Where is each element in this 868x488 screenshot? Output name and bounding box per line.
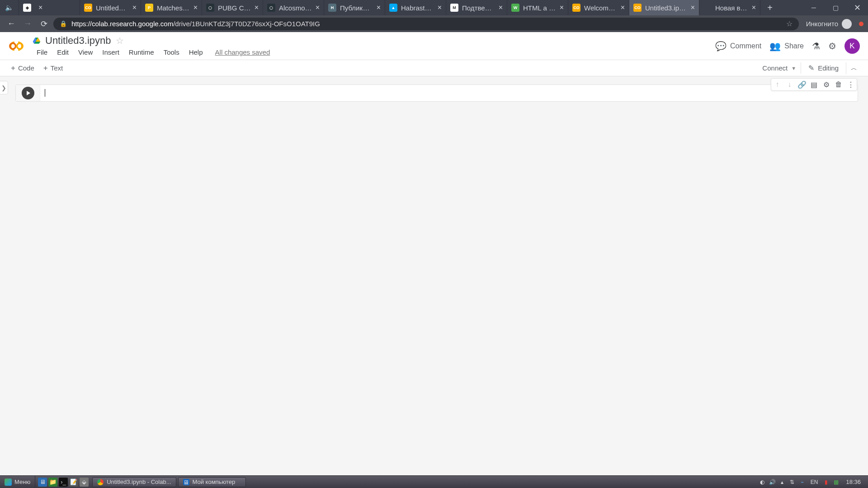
account-avatar[interactable]: K <box>844 38 860 54</box>
tray-sound-icon[interactable]: 🔊 <box>769 478 776 486</box>
menu-insert[interactable]: Insert <box>98 47 123 57</box>
browser-tab[interactable]: WHTML a target× <box>507 0 568 15</box>
browser-tab[interactable]: ◆× <box>19 0 80 15</box>
nav-forward-button[interactable]: → <box>21 17 34 31</box>
tab-close-button[interactable]: × <box>560 4 564 11</box>
code-cell[interactable] <box>15 84 858 102</box>
browser-tab[interactable]: PMatches — pu× <box>141 0 202 15</box>
add-text-button[interactable]: +Text <box>39 62 67 75</box>
comment-button[interactable]: 💬Comment <box>715 41 761 52</box>
notification-dot-icon[interactable] <box>859 22 863 26</box>
tab-close-button[interactable]: × <box>255 4 259 11</box>
favicon-icon: CO <box>84 4 92 12</box>
collapse-toolbar-button[interactable]: ︿ <box>846 62 862 74</box>
incognito-icon <box>842 19 852 29</box>
ql-editor-icon[interactable]: 📝 <box>69 478 78 487</box>
share-button[interactable]: 👥Share <box>769 41 804 52</box>
pencil-icon: ✎ <box>808 64 814 72</box>
sidebar-expand-button[interactable]: ❯ <box>0 81 8 94</box>
tray-steam-icon[interactable]: ◐ <box>759 478 766 486</box>
taskbar-item-computer[interactable]: 🖥Мой компьютер <box>178 477 246 487</box>
tab-title: Alcosmo - PUB <box>279 4 312 12</box>
tab-title: Untitled2.ipynb <box>96 4 129 12</box>
menu-view[interactable]: View <box>74 47 97 57</box>
browser-tab[interactable]: COWelcome To C× <box>568 0 629 15</box>
tab-close-button[interactable]: × <box>499 4 503 11</box>
tray-language[interactable]: EN <box>808 479 821 485</box>
cell-link-button[interactable]: 🔗 <box>796 79 808 90</box>
tray-up-icon[interactable]: ▴ <box>778 478 786 486</box>
ql-desktop-icon[interactable]: 🖥 <box>38 478 47 487</box>
browser-tab[interactable]: ▲Habrastorage× <box>385 0 446 15</box>
cell-more-button[interactable]: ⋮ <box>844 79 857 90</box>
cell-move-up-button[interactable]: ↑ <box>771 79 783 90</box>
code-input[interactable] <box>40 85 858 101</box>
browser-tab[interactable]: COUntitled2.ipynb× <box>80 0 141 15</box>
tab-title: Habrastorage <box>401 4 434 12</box>
bookmark-star-icon[interactable]: ☆ <box>786 19 793 28</box>
menu-help[interactable]: Help <box>185 47 207 57</box>
tray-bt-icon[interactable]: ⌁ <box>798 478 806 486</box>
ql-terminal-icon[interactable]: ›_ <box>59 478 68 487</box>
cell-delete-button[interactable]: 🗑 <box>832 79 844 90</box>
new-tab-button[interactable]: + <box>760 0 779 15</box>
document-title[interactable]: Untitled3.ipynb <box>45 35 111 47</box>
browser-address-bar: ← → ⟳ 🔒 https://colab.research.google.co… <box>0 15 868 32</box>
cell-gutter <box>16 85 40 101</box>
cell-settings-button[interactable]: ⚙ <box>820 79 832 90</box>
tab-title: HTML a target <box>523 4 556 12</box>
add-code-button[interactable]: +Code <box>6 62 39 75</box>
window-close-button[interactable]: ✕ <box>846 0 868 15</box>
browser-tab[interactable]: MПодтвержден× <box>446 0 507 15</box>
browser-tab[interactable]: HПубликация, п× <box>324 0 385 15</box>
browser-tab[interactable]: ◌Alcosmo - PUB× <box>263 0 324 15</box>
tab-close-button[interactable]: × <box>377 4 381 11</box>
browser-tab[interactable]: 🔈 <box>0 0 19 15</box>
tray-clock[interactable]: 18:36 <box>842 479 864 485</box>
play-icon <box>27 91 30 95</box>
incognito-indicator[interactable]: Инкогнито <box>806 19 852 29</box>
browser-tab[interactable]: Новая вкладка× <box>699 0 760 15</box>
start-logo-icon <box>5 479 12 486</box>
save-status[interactable]: All changes saved <box>211 47 274 57</box>
tray-net-icon[interactable]: ⇅ <box>788 478 796 486</box>
tab-close-button[interactable]: × <box>132 4 137 11</box>
favicon-icon: ◌ <box>206 4 214 12</box>
url-input[interactable]: 🔒 https://colab.research.google.com/driv… <box>53 18 799 30</box>
menu-tools[interactable]: Tools <box>160 47 184 57</box>
browser-tab[interactable]: ◌PUBG CGS - db× <box>202 0 263 15</box>
colab-logo-icon[interactable] <box>8 38 24 54</box>
menu-runtime[interactable]: Runtime <box>125 47 158 57</box>
experiment-button[interactable]: ⚗ <box>812 41 820 52</box>
menu-edit[interactable]: Edit <box>53 47 73 57</box>
tab-close-button[interactable]: × <box>316 4 320 11</box>
tab-close-button[interactable]: × <box>621 4 625 11</box>
tray-flag-icon[interactable]: ▩ <box>832 478 840 486</box>
run-cell-button[interactable] <box>22 87 34 99</box>
connect-button[interactable]: Connect▼ <box>758 62 801 74</box>
cell-comment-button[interactable]: ▤ <box>808 79 820 90</box>
window-minimize-button[interactable]: ─ <box>803 0 825 15</box>
system-tray: ◐ 🔊 ▴ ⇅ ⌁ EN ▮ ▩ 18:36 <box>755 478 868 486</box>
editing-mode-button[interactable]: ✎Editing <box>804 62 843 74</box>
menu-file[interactable]: File <box>33 47 52 57</box>
tab-title: Подтвержден <box>462 4 495 12</box>
nav-back-button[interactable]: ← <box>5 17 18 31</box>
tab-close-button[interactable]: × <box>193 4 198 11</box>
nav-reload-button[interactable]: ⟳ <box>37 17 51 31</box>
doc-star-button[interactable]: ☆ <box>116 35 124 46</box>
cell-move-down-button[interactable]: ↓ <box>783 79 796 90</box>
tab-close-button[interactable]: × <box>691 4 695 11</box>
taskbar-item-chrome[interactable]: Untitled3.ipynb - Colab... <box>92 477 176 487</box>
tray-battery-icon[interactable]: ▮ <box>822 478 830 486</box>
browser-tab-active[interactable]: COUntitled3.ipynb× <box>629 0 699 15</box>
ql-app-icon[interactable]: ⬙ <box>80 478 89 487</box>
chrome-icon <box>97 479 104 485</box>
start-menu-button[interactable]: Меню <box>0 476 35 488</box>
ql-files-icon[interactable]: 📁 <box>48 478 57 487</box>
settings-button[interactable]: ⚙ <box>828 41 836 52</box>
window-maximize-button[interactable]: ▢ <box>825 0 846 15</box>
tab-close-button[interactable]: × <box>38 4 42 11</box>
tab-close-button[interactable]: × <box>752 4 756 11</box>
tab-close-button[interactable]: × <box>438 4 442 11</box>
